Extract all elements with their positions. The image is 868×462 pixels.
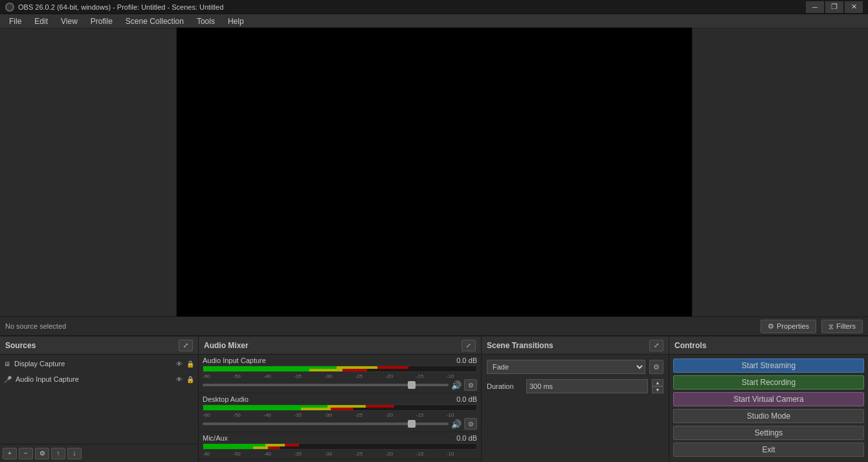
bottom-panel: Sources ⤢ 🖥 Display Capture 👁 🔒 🎤 Audio … xyxy=(0,336,868,462)
audio-track-desktop-header: Desktop Audio 0.0 dB xyxy=(203,395,477,403)
exit-button[interactable]: Exit xyxy=(673,443,864,457)
titlebar-title: OBS 26.0.2 (64-bit, windows) - Profile: … xyxy=(18,3,223,11)
start-virtual-camera-button[interactable]: Start Virtual Camera xyxy=(673,392,864,406)
source-name-display-capture: Display Capture xyxy=(14,360,170,368)
source-down-button[interactable]: ↓ xyxy=(67,448,82,459)
filters-icon: ⧖ xyxy=(829,322,834,331)
add-source-button[interactable]: + xyxy=(3,448,17,459)
audio-mixer-header: Audio Mixer ⤢ xyxy=(199,336,481,355)
menu-tools[interactable]: Tools xyxy=(190,16,221,27)
minimize-button[interactable]: ─ xyxy=(806,1,824,13)
controls-body: Start Streaming Start Recording Start Vi… xyxy=(669,355,868,462)
duration-spinbox[interactable] xyxy=(526,379,648,393)
fader-track-desktop[interactable] xyxy=(203,423,449,425)
visibility-toggle-audio-input[interactable]: 👁 xyxy=(174,374,184,384)
menu-edit[interactable]: Edit xyxy=(28,16,54,27)
menu-file[interactable]: File xyxy=(3,16,28,27)
start-streaming-button[interactable]: Start Streaming xyxy=(673,358,864,373)
scene-transitions-panel: Scene Transitions ⤢ Fade Cut Swipe Slide… xyxy=(482,336,669,462)
audio-mixer-title: Audio Mixer xyxy=(204,341,249,350)
audio-track-mic-header: Mic/Aux 0.0 dB xyxy=(203,434,477,442)
transition-type-select[interactable]: Fade Cut Swipe Slide xyxy=(487,360,645,374)
audio-meter-scale-input: -60-50-40-35-30-25-20-15-10 xyxy=(203,373,477,379)
duration-label: Duration xyxy=(487,382,522,390)
source-name-audio-input: Audio Input Capture xyxy=(16,375,170,383)
titlebar: OBS 26.0.2 (64-bit, windows) - Profile: … xyxy=(0,0,868,14)
mute-button-desktop[interactable]: 🔊 xyxy=(451,419,462,429)
fade-row: Fade Cut Swipe Slide ⚙ xyxy=(487,360,663,374)
sources-expand-button[interactable]: ⤢ xyxy=(179,340,193,351)
close-button[interactable]: ✕ xyxy=(845,1,863,13)
visibility-toggle-display[interactable]: 👁 xyxy=(174,358,184,369)
audio-meter-scale-desktop: -60-50-40-35-30-25-20-15-10 xyxy=(203,412,477,418)
source-controls-audio-input: 👁 🔒 xyxy=(174,374,194,384)
source-controls-display: 👁 🔒 xyxy=(174,358,194,369)
menu-profile[interactable]: Profile xyxy=(84,16,119,27)
audio-track-desktop-db: 0.0 dB xyxy=(456,395,477,403)
audio-track-input-capture: Audio Input Capture 0.0 dB -60-50-40-35-… xyxy=(199,355,481,393)
transitions-title: Scene Transitions xyxy=(487,341,553,350)
filters-button[interactable]: ⧖ Filters xyxy=(821,320,863,333)
restore-button[interactable]: ❐ xyxy=(825,1,843,13)
remove-source-button[interactable]: − xyxy=(19,448,33,459)
controls-panel: Controls Start Streaming Start Recording… xyxy=(669,336,868,462)
audio-input-capture-icon: 🎤 xyxy=(4,376,12,383)
properties-label: Properties xyxy=(777,322,809,330)
settings-button[interactable]: Settings xyxy=(673,426,864,440)
transitions-expand-button[interactable]: ⤢ xyxy=(649,340,663,351)
duration-spinner-buttons: ▲ ▼ xyxy=(652,379,663,393)
titlebar-left: OBS 26.0.2 (64-bit, windows) - Profile: … xyxy=(5,3,223,12)
sources-list: 🖥 Display Capture 👁 🔒 🎤 Audio Input Capt… xyxy=(0,355,198,444)
fader-track-input[interactable] xyxy=(203,384,449,386)
preview-area xyxy=(0,28,868,316)
audio-settings-button-desktop[interactable]: ⚙ xyxy=(464,418,477,430)
audio-settings-button-input[interactable]: ⚙ xyxy=(464,379,477,391)
audio-mixer-expand-button[interactable]: ⤢ xyxy=(462,340,476,351)
lock-icon-display: 🔒 xyxy=(186,360,194,368)
properties-button[interactable]: ⚙ Properties xyxy=(761,320,816,333)
sources-panel: Sources ⤢ 🖥 Display Capture 👁 🔒 🎤 Audio … xyxy=(0,336,199,462)
duration-row: Duration ▲ ▼ xyxy=(487,379,663,393)
audio-track-desktop-name: Desktop Audio xyxy=(203,395,249,403)
menu-help[interactable]: Help xyxy=(221,16,250,27)
audio-track-mic-aux: Mic/Aux 0.0 dB -60-50-40-35-30-25-20-15-… xyxy=(199,432,481,459)
statusbar: No source selected ⚙ Properties ⧖ Filter… xyxy=(0,316,868,336)
source-settings-button[interactable]: ⚙ xyxy=(35,448,49,459)
preview-canvas xyxy=(176,27,693,318)
audio-track-input-name: Audio Input Capture xyxy=(203,357,266,364)
menu-scene-collection[interactable]: Scene Collection xyxy=(119,16,190,27)
properties-icon: ⚙ xyxy=(768,322,774,331)
list-item[interactable]: 🖥 Display Capture 👁 🔒 xyxy=(1,356,197,371)
list-item[interactable]: 🎤 Audio Input Capture 👁 🔒 xyxy=(1,371,197,387)
audio-track-desktop-controls: 🔊 ⚙ xyxy=(203,418,477,430)
transition-settings-button[interactable]: ⚙ xyxy=(649,360,663,374)
controls-title: Controls xyxy=(674,341,706,350)
duration-increment-button[interactable]: ▲ xyxy=(652,379,663,386)
sources-panel-title: Sources xyxy=(5,341,36,350)
app-icon xyxy=(5,3,14,12)
menubar: File Edit View Profile Scene Collection … xyxy=(0,14,868,28)
audio-tracks-list: Audio Input Capture 0.0 dB -60-50-40-35-… xyxy=(199,355,481,462)
transitions-header: Scene Transitions ⤢ xyxy=(482,336,669,355)
audio-fader-input[interactable] xyxy=(203,384,449,386)
duration-decrement-button[interactable]: ▼ xyxy=(652,386,663,393)
filters-label: Filters xyxy=(836,322,856,330)
lock-icon-audio-input: 🔒 xyxy=(186,376,194,383)
main: No source selected ⚙ Properties ⧖ Filter… xyxy=(0,28,868,462)
titlebar-controls: ─ ❐ ✕ xyxy=(806,1,863,13)
start-recording-button[interactable]: Start Recording xyxy=(673,375,864,390)
audio-meter-input xyxy=(203,366,477,372)
source-up-button[interactable]: ↑ xyxy=(51,448,65,459)
controls-header: Controls xyxy=(669,336,868,355)
audio-meter-mic xyxy=(203,443,477,450)
mute-button-input[interactable]: 🔊 xyxy=(451,380,462,390)
audio-track-desktop: Desktop Audio 0.0 dB -60-50-40-35-30-25-… xyxy=(199,393,481,432)
audio-meter-desktop xyxy=(203,404,477,411)
no-source-label: No source selected xyxy=(5,322,66,330)
audio-track-mic-db: 0.0 dB xyxy=(456,434,477,442)
menu-view[interactable]: View xyxy=(54,16,84,27)
audio-fader-desktop[interactable] xyxy=(203,423,449,425)
studio-mode-button[interactable]: Studio Mode xyxy=(673,409,864,423)
audio-meter-scale-mic: -60-50-40-35-30-25-20-15-10 xyxy=(203,451,477,457)
sources-panel-header: Sources ⤢ xyxy=(0,336,198,355)
